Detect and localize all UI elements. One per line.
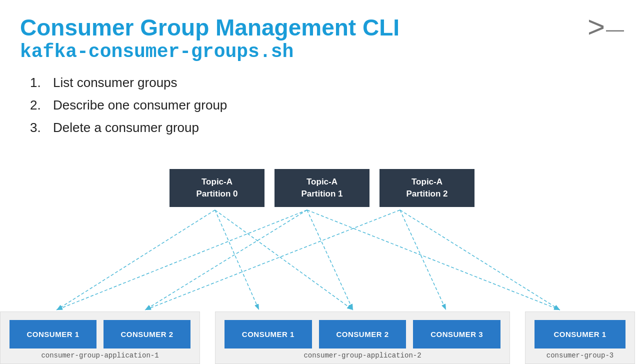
page: > — Consumer Group Management CLI kafka-… — [0, 0, 644, 364]
page-subtitle: kafka-consumer-groups.sh — [20, 40, 624, 64]
list-item-1: 1. List consumer groups — [30, 75, 624, 90]
svg-line-1 — [56, 210, 215, 310]
consumer-g1-2: CONSUMER 2 — [104, 320, 190, 348]
groups-row: CONSUMER 1 CONSUMER 2 consumer-group-app… — [0, 312, 644, 364]
partition-1-line2: Partition 1 — [301, 189, 342, 198]
svg-line-7 — [56, 210, 307, 310]
partition-box-2: Topic-A Partition 2 — [380, 169, 474, 207]
list-text-3: Delete a consumer group — [53, 120, 199, 136]
svg-line-8 — [145, 210, 400, 310]
list-num-3: 3. — [30, 120, 45, 136]
page-title: Consumer Group Management CLI — [20, 15, 624, 40]
partition-2-line1: Topic-A — [412, 177, 442, 186]
svg-line-2 — [145, 210, 307, 310]
consumer-g3-1: CONSUMER 1 — [534, 320, 626, 348]
list-text-2: Describe one consumer group — [53, 98, 227, 113]
partition-0-line2: Partition 0 — [196, 189, 238, 198]
consumer-g2-1: CONSUMER 1 — [224, 320, 312, 348]
feature-list: 1. List consumer groups 2. Describe one … — [30, 75, 624, 136]
svg-line-3 — [215, 210, 259, 310]
group-1-label: consumer-group-application-1 — [0, 352, 200, 360]
consumer-group-2: CONSUMER 1 CONSUMER 2 CONSUMER 3 consume… — [215, 312, 510, 364]
diagram-area: Topic-A Partition 0 Topic-A Partition 1 … — [0, 169, 644, 364]
list-num-2: 2. — [30, 98, 45, 113]
partition-2-line2: Partition 2 — [406, 189, 448, 198]
svg-line-4 — [307, 210, 353, 310]
list-num-1: 1. — [30, 75, 45, 90]
partition-0-line1: Topic-A — [202, 177, 232, 186]
chevron-icon: > — [588, 12, 605, 42]
list-item-3: 3. Delete a consumer group — [30, 120, 624, 136]
partitions-row: Topic-A Partition 0 Topic-A Partition 1 … — [0, 169, 644, 207]
consumer-g1-1: CONSUMER 1 — [10, 320, 96, 348]
svg-line-9 — [400, 210, 560, 310]
partition-1-line1: Topic-A — [306, 177, 338, 186]
svg-line-5 — [400, 210, 446, 310]
header: Consumer Group Management CLI kafka-cons… — [20, 15, 624, 63]
partition-box-1: Topic-A Partition 1 — [274, 169, 370, 207]
consumer-group-3: CONSUMER 1 consumer-group-3 — [525, 312, 635, 364]
group-2-label: consumer-group-application-2 — [216, 352, 510, 360]
svg-line-6 — [215, 210, 353, 310]
consumer-g2-2: CONSUMER 2 — [319, 320, 406, 348]
consumer-g2-3: CONSUMER 3 — [413, 320, 500, 348]
cli-terminal-icon: > — — [588, 12, 624, 42]
partition-box-0: Topic-A Partition 0 — [170, 169, 264, 207]
svg-line-10 — [307, 210, 560, 310]
consumer-group-1: CONSUMER 1 CONSUMER 2 consumer-group-app… — [0, 312, 200, 364]
list-text-1: List consumer groups — [53, 75, 178, 90]
group-3-label: consumer-group-3 — [526, 352, 634, 360]
dash-icon: — — [606, 20, 624, 38]
list-item-2: 2. Describe one consumer group — [30, 98, 624, 113]
